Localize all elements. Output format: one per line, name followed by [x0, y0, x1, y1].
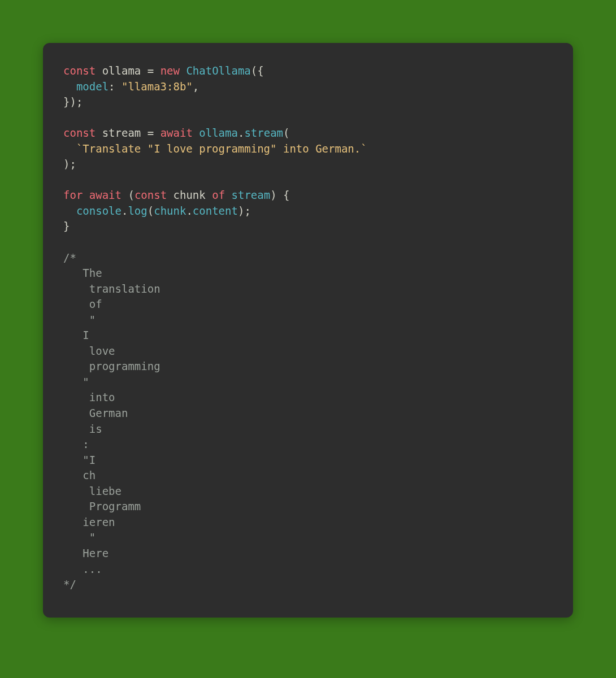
method-stream: stream [244, 127, 283, 139]
indent [63, 80, 76, 93]
space [167, 189, 173, 201]
open-paren: ( [283, 127, 289, 139]
prop-model: model [76, 80, 109, 93]
var-stream: stream [102, 127, 141, 139]
indent [63, 205, 76, 217]
keyword-const: const [135, 189, 167, 201]
equals: = [141, 127, 160, 139]
semicolon: ; [244, 205, 250, 217]
space [83, 189, 89, 201]
keyword-new: new [160, 64, 180, 77]
open-paren: ( [148, 205, 154, 217]
open-brace: { [277, 189, 290, 201]
keyword-const: const [63, 127, 96, 139]
ref-stream: stream [232, 189, 271, 201]
keyword-await: await [89, 189, 122, 201]
template-string: `Translate "I love programming" into Ger… [76, 142, 367, 155]
class-chatollama: ChatOllama [186, 64, 250, 77]
ref-console: console [76, 205, 122, 217]
space [96, 64, 102, 77]
space [225, 189, 231, 201]
indent [63, 142, 76, 155]
keyword-for: for [63, 189, 83, 201]
open-paren: ( [251, 64, 257, 77]
open-paren: ( [128, 189, 134, 201]
space [96, 127, 102, 139]
close-paren: ) [70, 95, 76, 108]
keyword-of: of [212, 189, 225, 201]
dot: . [122, 205, 128, 217]
var-ollama: ollama [102, 64, 141, 77]
prop-content: content [193, 205, 238, 217]
ref-ollama: ollama [199, 127, 238, 139]
method-log: log [128, 205, 147, 217]
dot: . [186, 205, 192, 217]
space [206, 189, 212, 201]
equals: = [141, 64, 160, 77]
semicolon: ; [70, 158, 76, 170]
comma: , [193, 80, 199, 93]
keyword-const: const [63, 64, 96, 77]
close-paren: ) [238, 205, 244, 217]
close-paren: ) [270, 189, 276, 201]
semicolon: ; [76, 95, 83, 108]
ref-chunk: chunk [154, 205, 186, 217]
comment-block: /* The translation of " I love programmi… [63, 251, 160, 590]
close-brace: } [63, 220, 70, 232]
open-brace: { [257, 64, 263, 77]
keyword-await: await [160, 127, 193, 139]
colon: : [109, 80, 122, 93]
space [180, 64, 186, 77]
close-brace: } [63, 95, 70, 108]
code-block: const ollama = new ChatOllama({ model: "… [43, 43, 573, 618]
var-chunk: chunk [173, 189, 206, 201]
string-model-val: "llama3:8b" [122, 80, 193, 93]
space [122, 189, 128, 201]
close-paren: ) [63, 158, 70, 170]
dot: . [238, 127, 244, 139]
space [193, 127, 199, 139]
